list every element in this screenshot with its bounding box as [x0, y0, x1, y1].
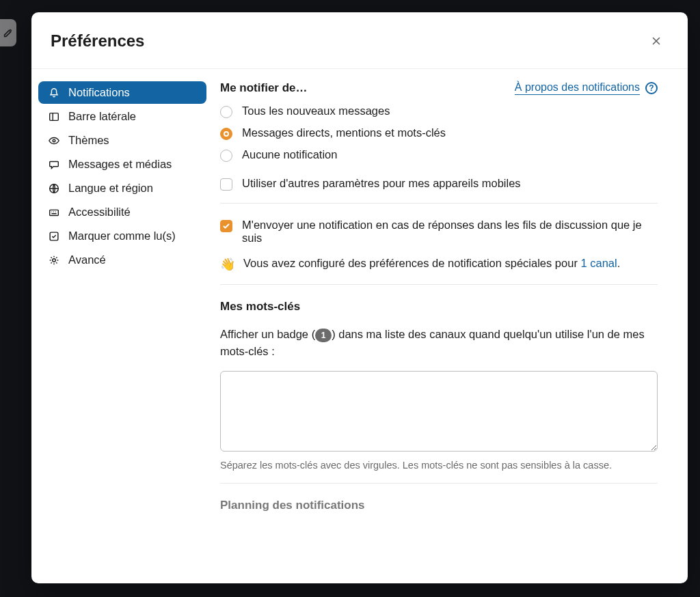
- divider: [220, 483, 658, 484]
- chat-icon: [48, 158, 60, 171]
- sidebar-item-label: Messages et médias: [68, 158, 172, 171]
- sidebar-item-sidebar[interactable]: Barre latérale: [38, 105, 206, 128]
- bell-icon: [48, 87, 60, 99]
- sidebar-item-label: Thèmes: [68, 134, 109, 147]
- sidebar-item-advanced[interactable]: Avancé: [38, 249, 206, 271]
- divider: [220, 284, 658, 285]
- keywords-input[interactable]: [220, 371, 658, 452]
- modal-title: Préférences: [51, 31, 144, 51]
- checkbox-icon: [220, 178, 232, 191]
- divider: [220, 203, 658, 204]
- notify-section-title: Me notifier de…: [220, 81, 308, 95]
- checkbox-icon: [220, 220, 232, 232]
- globe-icon: [48, 182, 60, 195]
- radio-icon: [220, 106, 232, 118]
- sidebar-item-themes[interactable]: Thèmes: [38, 129, 206, 152]
- sidebar-item-accessibility[interactable]: Accessibilité: [38, 201, 206, 223]
- preferences-sidebar: Notifications Barre latérale Thèmes Mess…: [31, 69, 213, 583]
- radio-all-messages[interactable]: Tous les nouveaux messages: [220, 105, 658, 118]
- notify-radio-group: Tous les nouveaux messages Messages dire…: [220, 105, 658, 162]
- sidebar-item-label: Barre latérale: [68, 110, 136, 123]
- sidebar-item-label: Langue et région: [68, 182, 153, 195]
- about-notifications-link[interactable]: À propos des notifications: [515, 81, 640, 95]
- eye-icon: [48, 135, 60, 147]
- svg-rect-3: [50, 210, 59, 215]
- svg-point-5: [53, 258, 56, 262]
- radio-nothing[interactable]: Aucune notification: [220, 148, 658, 162]
- radio-icon: [220, 150, 232, 162]
- keywords-description: Afficher un badge (1) dans ma liste des …: [220, 326, 658, 360]
- gear-icon: [48, 254, 60, 266]
- wave-icon: 👋: [220, 257, 235, 272]
- schedule-section-title: Planning des notifications: [220, 499, 658, 512]
- sidebar-item-mark-read[interactable]: Marquer comme lu(s): [38, 225, 206, 247]
- close-icon: [650, 35, 662, 47]
- checkbox-thread-replies[interactable]: M'envoyer une notification en cas de rép…: [220, 219, 658, 245]
- checkbox-label: Utiliser d'autres paramètres pour mes ap…: [242, 177, 521, 190]
- note-suffix: .: [617, 257, 621, 269]
- help-icon[interactable]: ?: [645, 82, 658, 94]
- radio-label: Messages directs, mentions et mots-clés: [242, 126, 446, 139]
- sidebar-item-label: Notifications: [68, 86, 130, 99]
- channel-count-link[interactable]: 1 canal: [580, 257, 617, 269]
- sidebar-item-label: Marquer comme lu(s): [68, 230, 176, 242]
- sidebar-item-language-region[interactable]: Langue et région: [38, 177, 206, 199]
- keywords-hint: Séparez les mots-clés avec des virgules.…: [220, 460, 658, 471]
- note-text: Vous avez configuré des préférences de n…: [243, 257, 580, 269]
- close-button[interactable]: [644, 29, 669, 53]
- sidebar-item-label: Accessibilité: [68, 206, 131, 219]
- radio-dm-mentions[interactable]: Messages directs, mentions et mots-clés: [220, 126, 658, 140]
- sidebar-icon: [48, 111, 60, 123]
- special-preferences-note: 👋 Vous avez configuré des préférences de…: [220, 257, 658, 272]
- modal-header: Préférences: [31, 12, 688, 69]
- sidebar-item-notifications[interactable]: Notifications: [38, 81, 206, 104]
- svg-point-1: [53, 139, 55, 142]
- radio-label: Tous les nouveaux messages: [242, 105, 390, 117]
- sidebar-item-label: Avancé: [68, 253, 106, 266]
- keyboard-icon: [48, 206, 60, 219]
- check-square-icon: [48, 230, 60, 242]
- radio-label: Aucune notification: [242, 148, 337, 161]
- badge-count: 1: [315, 329, 332, 342]
- preferences-modal: Préférences Notifications Barre latérale: [31, 12, 688, 583]
- preferences-content: Me notifier de… À propos des notificatio…: [213, 69, 688, 583]
- sidebar-item-messages-media[interactable]: Messages et médias: [38, 153, 206, 176]
- svg-rect-0: [50, 113, 59, 120]
- keywords-section-title: Mes mots-clés: [220, 300, 658, 314]
- modal-body: Notifications Barre latérale Thèmes Mess…: [31, 69, 688, 583]
- checkbox-mobile-settings[interactable]: Utiliser d'autres paramètres pour mes ap…: [220, 177, 658, 191]
- radio-icon: [220, 128, 232, 140]
- checkbox-label: M'envoyer une notification en cas de rép…: [242, 219, 658, 245]
